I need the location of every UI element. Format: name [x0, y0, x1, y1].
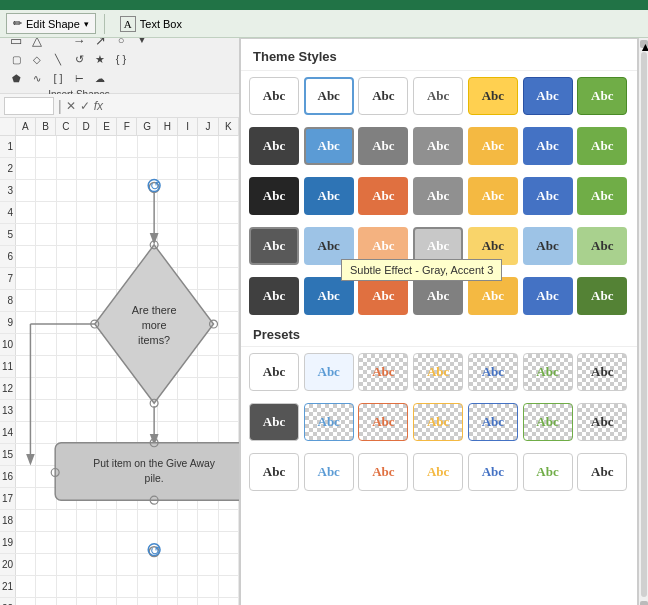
cell-c2[interactable]: [57, 158, 77, 179]
cell-k1[interactable]: [219, 136, 239, 157]
edit-shape-button[interactable]: ✏ Edit Shape ▾: [6, 13, 96, 34]
cell-a11[interactable]: [16, 356, 36, 377]
cell-j8[interactable]: [198, 290, 218, 311]
style-btn-r4c7[interactable]: Abc: [577, 227, 627, 265]
cell-c16[interactable]: [57, 466, 77, 487]
shape-cloud[interactable]: ☁: [90, 69, 110, 87]
cell-b12[interactable]: [36, 378, 56, 399]
cell-e2[interactable]: [97, 158, 117, 179]
cell-k7[interactable]: [219, 268, 239, 289]
shape-parallelogram[interactable]: ◇: [27, 50, 47, 68]
cell-g21[interactable]: [138, 576, 158, 597]
cell-b3[interactable]: [36, 180, 56, 201]
cell-d3[interactable]: [77, 180, 97, 201]
cell-d18[interactable]: [77, 510, 97, 531]
cell-j19[interactable]: [198, 532, 218, 553]
cell-k5[interactable]: [219, 224, 239, 245]
style-btn-r2c3[interactable]: Abc: [358, 127, 408, 165]
cell-j14[interactable]: [198, 422, 218, 443]
cell-h4[interactable]: [158, 202, 178, 223]
cell-i9[interactable]: [178, 312, 198, 333]
cell-j15[interactable]: [198, 444, 218, 465]
cell-f20[interactable]: [117, 554, 137, 575]
cell-i11[interactable]: [178, 356, 198, 377]
cell-k17[interactable]: [219, 488, 239, 509]
preset-btn-21[interactable]: Abc: [577, 453, 627, 491]
cell-k14[interactable]: [219, 422, 239, 443]
shape-arrow-right[interactable]: →: [69, 38, 89, 49]
shape-wave[interactable]: ∿: [27, 69, 47, 87]
style-btn-r5c7[interactable]: Abc: [577, 277, 627, 315]
cell-d11[interactable]: [77, 356, 97, 377]
cell-j22[interactable]: [198, 598, 218, 605]
preset-btn-7[interactable]: Abc: [577, 353, 627, 391]
cell-a22[interactable]: [16, 598, 36, 605]
style-btn-r3c3[interactable]: Abc: [358, 177, 408, 215]
scrollbar-up-arrow[interactable]: ▲: [640, 40, 648, 48]
preset-btn-10[interactable]: Abc: [358, 403, 408, 441]
cell-d2[interactable]: [77, 158, 97, 179]
cell-k12[interactable]: [219, 378, 239, 399]
shape-rectangle[interactable]: ▭: [6, 38, 26, 49]
cell-b1[interactable]: [36, 136, 56, 157]
cell-c3[interactable]: [57, 180, 77, 201]
shape-bracket[interactable]: [ ]: [48, 69, 68, 87]
preset-btn-15[interactable]: Abc: [249, 453, 299, 491]
cell-h14[interactable]: [158, 422, 178, 443]
style-btn-r5c1[interactable]: Abc: [249, 277, 299, 315]
cell-h16[interactable]: [158, 466, 178, 487]
cell-d21[interactable]: [77, 576, 97, 597]
cell-c17[interactable]: [57, 488, 77, 509]
cell-b9[interactable]: [36, 312, 56, 333]
cell-k20[interactable]: [219, 554, 239, 575]
cell-e12[interactable]: [97, 378, 117, 399]
formula-cancel-icon[interactable]: ✕: [66, 99, 76, 113]
style-btn-r5c6[interactable]: Abc: [523, 277, 573, 315]
cell-i1[interactable]: [178, 136, 198, 157]
cell-i4[interactable]: [178, 202, 198, 223]
cell-i3[interactable]: [178, 180, 198, 201]
col-header-b[interactable]: B: [36, 118, 56, 135]
cell-b18[interactable]: [36, 510, 56, 531]
cell-a7[interactable]: [16, 268, 36, 289]
cell-j3[interactable]: [198, 180, 218, 201]
scrollbar-down-arrow[interactable]: ▼: [640, 601, 648, 605]
cell-f10[interactable]: [117, 334, 137, 355]
preset-btn-5[interactable]: Abc: [468, 353, 518, 391]
preset-btn-4[interactable]: Abc: [413, 353, 463, 391]
cell-g1[interactable]: [138, 136, 158, 157]
cell-h15[interactable]: [158, 444, 178, 465]
cell-i6[interactable]: [178, 246, 198, 267]
cell-e9[interactable]: [97, 312, 117, 333]
style-btn-r4c6[interactable]: Abc: [523, 227, 573, 265]
cell-b8[interactable]: [36, 290, 56, 311]
cell-h8[interactable]: [158, 290, 178, 311]
style-btn-r4c2[interactable]: Abc: [304, 227, 354, 265]
col-header-f[interactable]: F: [117, 118, 137, 135]
cell-c15[interactable]: [57, 444, 77, 465]
cell-h11[interactable]: [158, 356, 178, 377]
cell-h19[interactable]: [158, 532, 178, 553]
preset-btn-14[interactable]: Abc: [577, 403, 627, 441]
cell-f16[interactable]: [117, 466, 137, 487]
cell-f1[interactable]: [117, 136, 137, 157]
col-header-i[interactable]: I: [178, 118, 198, 135]
cell-f11[interactable]: [117, 356, 137, 377]
cell-b11[interactable]: [36, 356, 56, 377]
style-btn-r3c7[interactable]: Abc: [577, 177, 627, 215]
cell-h22[interactable]: [158, 598, 178, 605]
style-btn-r2c5[interactable]: Abc: [468, 127, 518, 165]
preset-btn-20[interactable]: Abc: [523, 453, 573, 491]
preset-btn-13[interactable]: Abc: [523, 403, 573, 441]
cell-g5[interactable]: [138, 224, 158, 245]
cell-b5[interactable]: [36, 224, 56, 245]
style-btn-r1c1[interactable]: Abc: [249, 77, 299, 115]
cell-b15[interactable]: [36, 444, 56, 465]
cell-e14[interactable]: [97, 422, 117, 443]
cell-d20[interactable]: [77, 554, 97, 575]
cell-c14[interactable]: [57, 422, 77, 443]
style-btn-r1c2[interactable]: Abc: [304, 77, 354, 115]
cell-i7[interactable]: [178, 268, 198, 289]
col-header-d[interactable]: D: [77, 118, 97, 135]
cell-h12[interactable]: [158, 378, 178, 399]
